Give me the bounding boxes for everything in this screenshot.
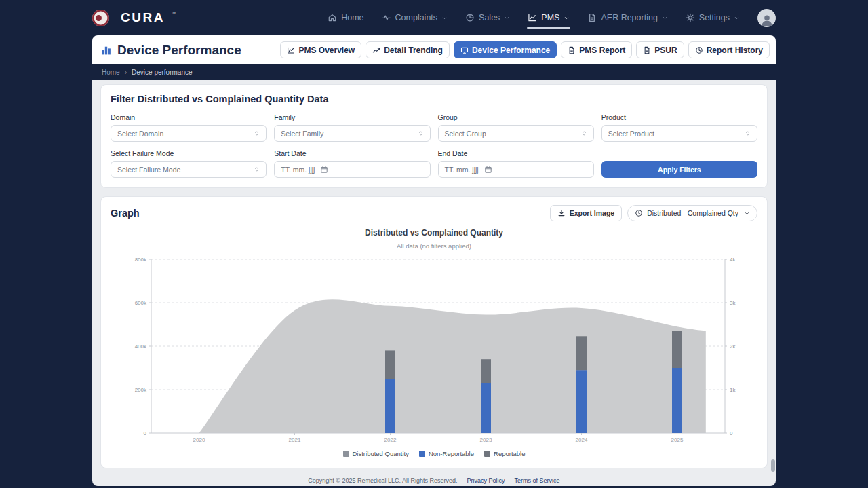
page-footer: Copyright © 2025 Remedical LLC. All Righ… (92, 474, 776, 486)
svg-text:0: 0 (144, 430, 147, 436)
tab-report-history[interactable]: Report History (688, 41, 770, 58)
placeholder-text: TT. mm. jjjj (281, 166, 315, 174)
legend-label: Reportable (494, 450, 525, 457)
privacy-policy-link[interactable]: Privacy Policy (467, 477, 505, 484)
tab-label: Detail Trending (384, 45, 443, 55)
placeholder-text: Select Group (445, 130, 486, 138)
end-date-date-input[interactable]: TT. mm. jjjj (438, 161, 594, 178)
legend-item-distributed-quantity[interactable]: Distributed Quantity (343, 450, 409, 457)
tab-pms-overview[interactable]: PMS Overview (280, 41, 361, 58)
field-select-failure-mode: Select Failure Mode Select Failure Mode (111, 149, 267, 178)
nav-item-settings[interactable]: Settings (686, 13, 740, 22)
nav-item-label: Sales (479, 13, 500, 22)
history-icon (695, 46, 703, 54)
graph-card: Graph Export Image Distributed - Complai… (100, 196, 768, 468)
line-chart-icon (528, 13, 537, 22)
clock-icon (635, 209, 643, 217)
page-title: Device Performance (117, 43, 241, 58)
start-date-date-input[interactable]: TT. mm. jjjj (274, 161, 430, 178)
breadcrumb-separator: › (125, 69, 127, 76)
scrollbar-thumb[interactable] (771, 459, 775, 472)
app-container: Device Performance PMS Overview Detail T… (92, 35, 776, 486)
filter-card: Filter Distributed vs Complained Quantit… (100, 84, 768, 188)
group-select[interactable]: Select Group (438, 125, 594, 142)
nav-item-pms[interactable]: PMS (528, 13, 570, 22)
main-nav: Home Complaints Sales PMS AER Reporting … (328, 13, 740, 22)
field-group: Group Select Group (438, 113, 594, 142)
svg-text:2022: 2022 (384, 437, 397, 443)
svg-text:600k: 600k (135, 300, 147, 306)
device-performance-chart[interactable]: 0200k400k600k800k01k2k3k4k20202021202220… (112, 254, 756, 449)
nav-item-aer-reporting[interactable]: AER Reporting (587, 13, 667, 22)
calendar-icon (320, 166, 328, 174)
chevron-down-icon (744, 210, 750, 217)
nav-item-label: Complaints (395, 13, 438, 22)
graph-card-title: Graph (111, 208, 140, 219)
trend-up-icon (372, 46, 380, 54)
tab-psur[interactable]: PSUR (636, 41, 684, 58)
legend-item-non-reportable[interactable]: Non-Reportable (419, 450, 474, 457)
chart-view-select-value: Distributed - Complained Qty (647, 209, 738, 217)
document-icon (643, 46, 651, 54)
chart-view-select[interactable]: Distributed - Complained Qty (627, 205, 757, 221)
product-select[interactable]: Select Product (601, 125, 757, 142)
updown-icon (418, 130, 424, 136)
svg-text:4k: 4k (730, 257, 736, 263)
legend-swatch (343, 451, 349, 457)
logo-divider (115, 12, 115, 24)
select-failure-mode-select[interactable]: Select Failure Mode (111, 161, 267, 178)
terms-of-service-link[interactable]: Terms of Service (515, 477, 560, 484)
calendar-icon (484, 166, 492, 174)
field-end-date: End Date TT. mm. jjjj (438, 149, 594, 178)
field-family: Family Select Family (274, 113, 430, 142)
breadcrumb-home[interactable]: Home (102, 69, 120, 76)
tab-label: PSUR (654, 45, 677, 55)
nav-item-complaints[interactable]: Complaints (382, 13, 448, 22)
nav-item-sales[interactable]: Sales (465, 13, 510, 22)
svg-text:2025: 2025 (671, 437, 684, 443)
breadcrumb-current: Device performance (132, 69, 192, 76)
field-product: Product Select Product (601, 113, 757, 142)
svg-text:0: 0 (730, 430, 733, 436)
field-apply: Apply Filters (601, 149, 757, 178)
page-titlebar: Device Performance PMS Overview Detail T… (92, 35, 776, 64)
nav-item-label: Settings (699, 13, 730, 22)
updown-icon (581, 130, 587, 136)
field-label: Family (274, 113, 430, 122)
field-label: Start Date (274, 149, 430, 158)
top-navbar: CURA ™ Home Complaints Sales PMS AER Rep… (0, 0, 868, 35)
nav-item-home[interactable]: Home (328, 13, 363, 22)
placeholder-text: Select Domain (117, 130, 163, 138)
apply-filters-button[interactable]: Apply Filters (601, 161, 757, 178)
placeholder-text: TT. mm. jjjj (445, 166, 479, 174)
main-content: Filter Distributed vs Complained Quantit… (92, 80, 776, 474)
domain-select[interactable]: Select Domain (111, 125, 267, 142)
field-label: Group (438, 113, 594, 122)
chevron-down-icon (441, 15, 448, 21)
placeholder-text: Select Product (608, 130, 654, 138)
field-label: Product (601, 113, 757, 122)
tab-device-performance[interactable]: Device Performance (454, 41, 557, 58)
chart-legend: Distributed Quantity Non-Reportable Repo… (111, 450, 757, 457)
tab-detail-trending[interactable]: Detail Trending (366, 41, 450, 58)
gear-icon (686, 13, 695, 22)
device-icon (460, 46, 469, 54)
updown-icon (254, 166, 260, 172)
user-avatar[interactable] (757, 9, 776, 27)
tab-pms-report[interactable]: PMS Report (561, 41, 632, 58)
bar-chart-icon (100, 44, 112, 56)
legend-item-reportable[interactable]: Reportable (484, 450, 525, 457)
logo[interactable]: CURA ™ (92, 10, 175, 26)
family-select[interactable]: Select Family (274, 125, 430, 142)
tab-label: PMS Report (579, 45, 625, 55)
chevron-down-icon (564, 15, 570, 21)
placeholder-text: Select Family (281, 130, 323, 138)
placeholder-text: Select Failure Mode (117, 166, 180, 174)
chevron-down-icon (734, 15, 740, 21)
export-image-button[interactable]: Export Image (550, 205, 623, 221)
cura-logo-icon (92, 10, 109, 26)
field-label: Domain (111, 113, 267, 122)
tab-label: Report History (707, 45, 763, 55)
chevron-down-icon (504, 15, 510, 21)
chart-subtitle: All data (no filters applied) (111, 242, 757, 250)
